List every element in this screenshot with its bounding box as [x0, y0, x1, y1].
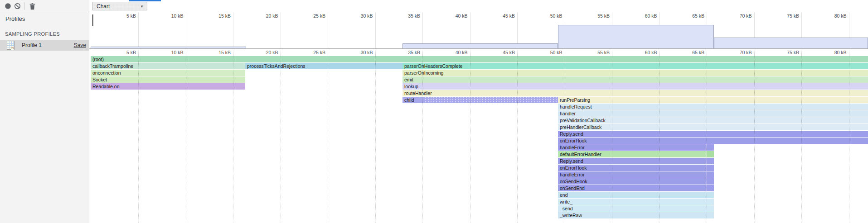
- flame-gridline: [281, 49, 281, 223]
- flame-gridline: [375, 49, 376, 223]
- flame-bar[interactable]: _send: [558, 205, 714, 212]
- flame-bar[interactable]: end: [558, 192, 714, 198]
- overview-tick-label: 35 kB: [386, 13, 420, 19]
- trash-icon[interactable]: [29, 3, 36, 9]
- flame-bar[interactable]: callbackTrampoline: [91, 63, 245, 69]
- overview-tick-label: 55 kB: [575, 13, 610, 19]
- flame-bar[interactable]: lookup: [402, 83, 868, 90]
- flame-bar[interactable]: write_: [558, 199, 714, 205]
- flame-tick-label: 35 kB: [386, 50, 420, 55]
- flame-bar[interactable]: (root): [91, 56, 868, 62]
- flame-bar[interactable]: onSendHook: [558, 178, 707, 185]
- flame-tick-label: 75 kB: [765, 50, 799, 55]
- flame-gridline: [470, 49, 470, 223]
- overview-gridline: [328, 12, 328, 49]
- dropdown-arrow-icon: ▼: [140, 5, 144, 9]
- flame-bar[interactable]: [707, 178, 714, 185]
- flame-gridline: [801, 49, 802, 223]
- overview-gridline: [233, 12, 233, 49]
- heap-profile-icon: %: [7, 41, 15, 50]
- view-mode-select[interactable]: Chart ▼: [92, 2, 147, 10]
- flame-bar[interactable]: child: [402, 97, 558, 103]
- flame-tick-label: 55 kB: [575, 50, 610, 55]
- flame-gridline: [517, 49, 518, 223]
- sidebar-item-profile-1[interactable]: % Profile 1 Save: [0, 40, 89, 51]
- flame-bar[interactable]: [707, 165, 714, 171]
- overview-tick-label: 60 kB: [623, 13, 657, 19]
- flame-bar[interactable]: [707, 185, 714, 191]
- overview-tick-label: 70 kB: [718, 13, 752, 19]
- flame-tick-label: 70 kB: [718, 50, 752, 55]
- flame-bar[interactable]: Socket: [91, 76, 245, 83]
- flame-bar[interactable]: onErrorHook: [558, 138, 868, 144]
- toolbar: Chart ▼: [0, 0, 868, 12]
- flame-bar[interactable]: emit: [402, 76, 868, 83]
- flame-bar[interactable]: parserOnIncoming: [402, 70, 868, 76]
- flame-tick-label: 25 kB: [291, 50, 325, 55]
- flame-bar[interactable]: onErrorHook: [558, 165, 707, 171]
- flame-bar[interactable]: handleRequest: [558, 104, 868, 110]
- flame-bar[interactable]: Reply.send: [558, 131, 868, 137]
- flame-tick-label: 45 kB: [480, 50, 515, 55]
- overview-tick-label: 25 kB: [291, 13, 325, 19]
- flame-tick-label: 65 kB: [670, 50, 704, 55]
- overview-tick-label: 20 kB: [244, 13, 278, 19]
- overview-tick-label: 40 kB: [433, 13, 468, 19]
- overview-gridline: [281, 12, 281, 49]
- flame-bar[interactable]: parserOnHeadersComplete: [402, 63, 868, 69]
- flame-bar[interactable]: handler: [558, 110, 868, 117]
- flame-bar[interactable]: handleError: [558, 171, 707, 178]
- overview-left-drag-handle[interactable]: [92, 14, 93, 26]
- heap-profiler-panel: Chart ▼ Profiles SAMPLING PROFILES % Pro…: [0, 0, 868, 223]
- overview-tick-label: 10 kB: [149, 13, 184, 19]
- flame-gridline: [707, 49, 707, 223]
- overview-tick-label: 50 kB: [528, 13, 563, 19]
- flame-gridline: [328, 49, 328, 223]
- flame-bar[interactable]: [707, 171, 714, 178]
- flame-gridline: [138, 49, 139, 223]
- flame-bar[interactable]: processTicksAndRejections: [245, 63, 402, 69]
- flame-tick-label: 15 kB: [196, 50, 231, 55]
- overview-bottom-border: [89, 48, 868, 49]
- overview-tick-label: 75 kB: [765, 13, 799, 19]
- flame-tick-label: 30 kB: [339, 50, 373, 55]
- flame-tick-label: 5 kB: [102, 50, 136, 55]
- flame-gridline: [849, 49, 849, 223]
- flame-tick-label: 80 kB: [812, 50, 847, 55]
- sidebar-title: Profiles: [5, 15, 25, 22]
- overview-tick-label: 65 kB: [670, 13, 704, 19]
- flame-gridline: [233, 49, 233, 223]
- flame-bar[interactable]: _writeRaw: [558, 212, 714, 218]
- flame-bar[interactable]: Reply.send: [558, 158, 707, 164]
- flame-bar[interactable]: defaultErrorHandler: [558, 151, 707, 157]
- record-icon[interactable]: [5, 3, 11, 9]
- flame-bar[interactable]: Readable.on: [91, 83, 245, 90]
- flame-bar[interactable]: onconnection: [91, 70, 245, 76]
- flame-gridline: [612, 49, 612, 223]
- flame-tick-label: 60 kB: [623, 50, 657, 55]
- overview-tick-label: 5 kB: [102, 13, 136, 19]
- flame-bar[interactable]: [707, 144, 714, 151]
- flame-tick-label: 20 kB: [244, 50, 278, 55]
- flame-bar[interactable]: [707, 158, 714, 164]
- overview-tick-label: 80 kB: [812, 13, 847, 19]
- flame-bar[interactable]: onSendEnd: [558, 185, 707, 191]
- flame-bar[interactable]: preHandlerCallback: [558, 124, 868, 130]
- flame-bar[interactable]: handleError: [558, 144, 707, 151]
- flame-bar[interactable]: preValidationCallback: [558, 117, 868, 123]
- flame-gridline: [754, 49, 755, 223]
- profile-name: Profile 1: [22, 42, 42, 48]
- flame-bar[interactable]: [707, 151, 714, 157]
- view-mode-value: Chart: [97, 3, 110, 9]
- overview-gridline: [375, 12, 376, 49]
- sidebar: Profiles SAMPLING PROFILES % Profile 1 S…: [0, 12, 89, 223]
- flame-gridline: [565, 49, 565, 223]
- flame-tick-label: 10 kB: [149, 50, 184, 55]
- flame-bar[interactable]: routeHandler: [402, 90, 868, 96]
- flame-gridline: [659, 49, 660, 223]
- flame-bar[interactable]: runPreParsing: [558, 97, 868, 103]
- clear-icon[interactable]: [14, 3, 21, 9]
- sampling-profiles-section-label: SAMPLING PROFILES: [5, 31, 60, 37]
- minimized-allocation-pattern: [424, 97, 558, 103]
- save-profile-link[interactable]: Save: [74, 42, 86, 48]
